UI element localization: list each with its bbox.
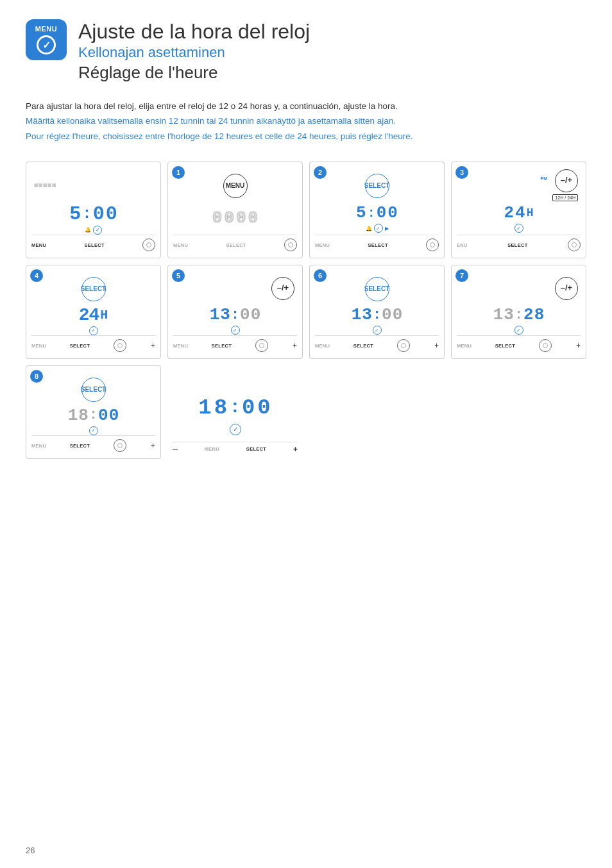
knob-4 xyxy=(114,339,126,352)
action-btn-4: SELECT xyxy=(81,277,106,301)
card-1-bottom: MENU SELECT xyxy=(173,235,297,253)
knob-0 xyxy=(142,238,155,251)
action-btn-7: –/+ xyxy=(555,277,578,300)
action-btn-1: MENU xyxy=(223,174,248,198)
check-icon-5: ✓ xyxy=(231,326,240,335)
card-6-bottom: MENU SELECT + xyxy=(315,335,439,353)
check-icon-2: ✓ xyxy=(374,224,383,233)
check-icon-display-0: ✓ xyxy=(93,226,102,235)
card-8-bottom: MENU SELECT + xyxy=(31,435,155,453)
check-icon-7: ✓ xyxy=(514,326,523,335)
step-card-4: 4 SELECT 24 H ✓ MENU SELECT + xyxy=(26,265,161,359)
label-menu-1: MENU xyxy=(173,242,188,248)
step-card-7: 7 –/+ 1 3 : 2 8 ✓ MENU SELECT xyxy=(451,265,586,359)
label-select-8: SELECT xyxy=(70,443,90,449)
label-menu-2: MENU xyxy=(315,242,330,248)
steps-row-1: ▦▦▦▦▦ 5 : 0 0 🔔 ✓ MENU SELECT xyxy=(26,162,586,258)
step-card-2: 2 SELECT 5 : 0 0 🔔 ✓ ▶ MENU S xyxy=(309,162,445,258)
page-number: 26 xyxy=(26,846,35,855)
step-card-8: 8 SELECT 1 8 : 0 0 ✓ MENU SELECT xyxy=(26,365,161,459)
label-menu-0: MENU xyxy=(31,242,46,248)
label-select-1: SELECT xyxy=(226,242,246,248)
label-select-3: SELECT xyxy=(507,242,527,248)
title-es: Ajuste de la hora del reloj xyxy=(78,19,310,44)
page-header: MENU Ajuste de la hora del reloj Kellona… xyxy=(26,19,586,84)
check-icon-3: ✓ xyxy=(514,224,523,233)
knob-1 xyxy=(284,238,297,251)
action-btn-3: –/+ xyxy=(555,169,578,192)
knob-8 xyxy=(114,439,126,452)
knob-7 xyxy=(539,339,552,352)
knob-3 xyxy=(568,238,581,251)
label-menu-5: MENU xyxy=(173,343,188,349)
step-card-6: 6 SELECT 1 3 : 0 0 ✓ MENU SELECT xyxy=(309,265,445,359)
action-btn-8: SELECT xyxy=(81,378,106,402)
label-select-final: SELECT xyxy=(246,446,266,452)
title-fi: Kellonajan asettaminen xyxy=(78,44,310,62)
step-card-5: 5 –/+ 1 3 : 0 0 ✓ MENU SELECT xyxy=(167,265,303,359)
label-select-5: SELECT xyxy=(212,343,232,349)
label-menu-7: MENU xyxy=(457,343,472,349)
card-3-bottom: ENU SELECT xyxy=(457,235,581,253)
label-menu-final: MENU xyxy=(205,446,219,452)
menu-icon-box: MENU xyxy=(26,19,67,60)
knob-6 xyxy=(397,339,410,352)
desc-fr: Pour réglez l'heure, choisissez entre l'… xyxy=(26,129,586,144)
label-menu-3: ENU xyxy=(457,242,468,248)
label-select-6: SELECT xyxy=(353,343,373,349)
header-text: Ajuste de la hora del reloj Kellonajan a… xyxy=(78,19,310,84)
step-card-final: 1 8 : 0 0 ✓ — MENU SELECT + xyxy=(167,365,303,459)
label-select-4: SELECT xyxy=(70,343,90,349)
card-4-bottom: MENU SELECT + xyxy=(31,335,155,353)
check-icon-4: ✓ xyxy=(89,326,98,335)
check-circle-icon xyxy=(37,35,56,54)
empty-cell-2 xyxy=(451,365,586,459)
step-card-1: 1 MENU 0 0 0 0 MENU SELECT xyxy=(167,162,303,258)
label-select-2: SELECT xyxy=(368,242,387,248)
label-menu-4: MENU xyxy=(31,343,46,349)
knob-5 xyxy=(255,339,268,352)
action-btn-2: SELECT xyxy=(365,174,389,198)
action-btn-5: –/+ xyxy=(271,277,294,300)
label-select-0: SELECT xyxy=(84,242,104,248)
label-menu-8: MENU xyxy=(31,443,46,449)
check-icon-8: ✓ xyxy=(89,426,98,435)
label-menu-6: MENU xyxy=(315,343,330,349)
title-fr: Réglage de l'heure xyxy=(78,62,310,84)
steps-row-2: 4 SELECT 24 H ✓ MENU SELECT + xyxy=(26,265,586,359)
desc-fi: Määritä kellonaika valitsemalla ensin 12… xyxy=(26,114,586,128)
description-block: Para ajustar la hora del reloj, elija en… xyxy=(26,99,586,144)
check-icon-6: ✓ xyxy=(373,326,382,335)
step-card-3: 3 –/+ 12H / 24H PM 2 4 H ✓ ENU xyxy=(451,162,586,258)
empty-cell-1 xyxy=(309,365,445,459)
card-0-bottom: MENU SELECT xyxy=(31,235,155,253)
desc-es: Para ajustar la hora del reloj, elija en… xyxy=(26,99,586,113)
card-2-bottom: MENU SELECT xyxy=(315,235,439,253)
knob-2 xyxy=(426,238,439,251)
card-7-bottom: MENU SELECT + xyxy=(457,335,581,353)
step-card-0: ▦▦▦▦▦ 5 : 0 0 🔔 ✓ MENU SELECT xyxy=(26,162,161,258)
card-5-bottom: MENU SELECT + xyxy=(173,335,297,353)
menu-icon-label: MENU xyxy=(35,25,57,33)
label-select-7: SELECT xyxy=(495,343,515,349)
steps-row-3: 8 SELECT 1 8 : 0 0 ✓ MENU SELECT xyxy=(26,365,586,459)
check-icon-final: ✓ xyxy=(230,424,241,435)
action-btn-6: SELECT xyxy=(365,277,389,301)
